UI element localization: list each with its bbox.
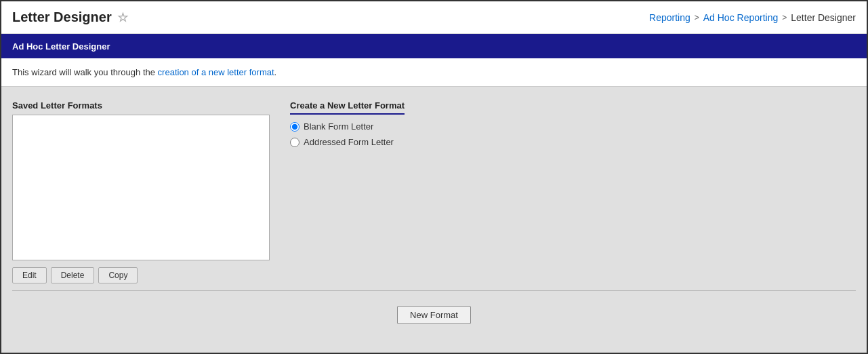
radio-option-addressed[interactable]: Addressed Form Letter <box>290 137 405 147</box>
action-buttons: Edit Delete Copy <box>12 267 270 283</box>
delete-button[interactable]: Delete <box>51 267 95 283</box>
create-new-label: Create a New Letter Format <box>290 100 405 115</box>
radio-addressed[interactable] <box>290 138 299 147</box>
section-header-label: Ad Hoc Letter Designer <box>12 41 110 52</box>
saved-formats-listbox[interactable] <box>12 115 270 260</box>
edit-button[interactable]: Edit <box>12 267 47 283</box>
favorite-icon[interactable]: ☆ <box>117 10 128 25</box>
bottom-bar: New Format <box>12 299 856 324</box>
radio-addressed-label: Addressed Form Letter <box>304 137 394 147</box>
section-header-bar: Ad Hoc Letter Designer <box>1 34 867 58</box>
copy-button[interactable]: Copy <box>98 267 138 283</box>
page-title-container: Letter Designer ☆ <box>12 9 128 25</box>
breadcrumb-separator-1: > <box>695 13 699 22</box>
info-text-after: . <box>274 67 277 77</box>
radio-blank-label: Blank Form Letter <box>304 121 373 132</box>
page-title: Letter Designer <box>12 9 112 25</box>
breadcrumb-reporting[interactable]: Reporting <box>649 12 690 23</box>
page-header: Letter Designer ☆ Reporting > Ad Hoc Rep… <box>1 1 867 34</box>
new-format-button[interactable]: New Format <box>397 306 471 324</box>
radio-blank[interactable] <box>290 122 299 132</box>
info-text: This wizard will walk you through the cr… <box>12 67 276 77</box>
left-panel: Saved Letter Formats Edit Delete Copy <box>12 100 270 283</box>
info-text-before: This wizard will walk you through the <box>12 67 158 77</box>
right-panel: Create a New Letter Format Blank Form Le… <box>290 100 405 153</box>
saved-formats-label: Saved Letter Formats <box>12 100 270 111</box>
breadcrumb: Reporting > Ad Hoc Reporting > Letter De… <box>649 12 856 23</box>
info-link[interactable]: creation of a new letter format <box>158 67 274 77</box>
main-content: Saved Letter Formats Edit Delete Copy Cr… <box>1 87 867 354</box>
info-bar: This wizard will walk you through the cr… <box>1 58 867 87</box>
bottom-area: New Format <box>12 290 856 324</box>
content-area: Saved Letter Formats Edit Delete Copy Cr… <box>12 100 856 283</box>
breadcrumb-separator-2: > <box>782 13 787 22</box>
breadcrumb-current: Letter Designer <box>791 12 856 23</box>
divider <box>12 290 856 291</box>
breadcrumb-adhoc-reporting[interactable]: Ad Hoc Reporting <box>703 12 779 23</box>
radio-option-blank[interactable]: Blank Form Letter <box>290 121 405 132</box>
